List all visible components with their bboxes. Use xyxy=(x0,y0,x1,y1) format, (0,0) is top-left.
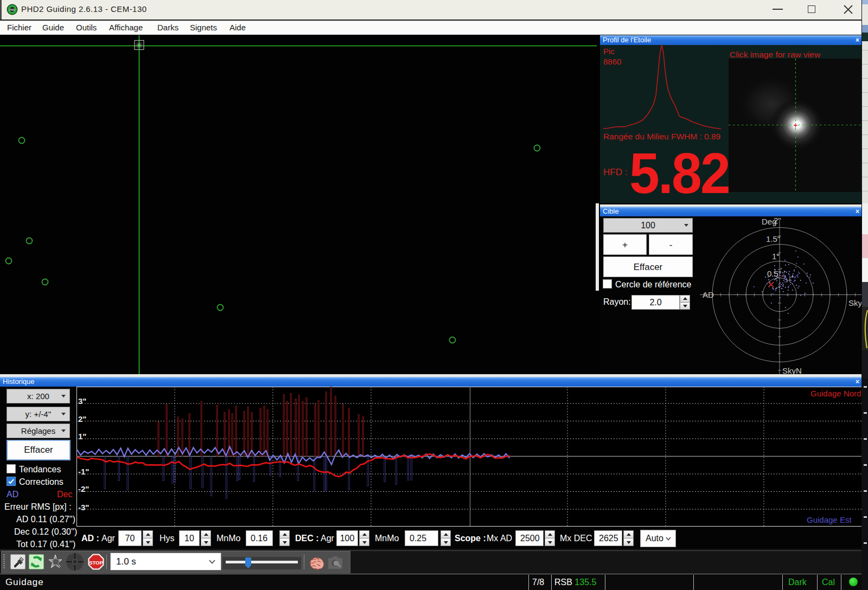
svg-text:STOP: STOP xyxy=(89,560,103,566)
svg-text:SkyN: SkyN xyxy=(782,366,802,374)
svg-text:PHD: PHD xyxy=(10,9,15,11)
svg-text:0.5": 0.5" xyxy=(767,269,781,278)
svg-text:AD: AD xyxy=(703,290,714,299)
svg-text:2": 2" xyxy=(774,216,781,225)
svg-text:-2": -2" xyxy=(78,484,89,493)
svg-text:Guidage Nord: Guidage Nord xyxy=(810,389,861,398)
svg-text:Guidage Est: Guidage Est xyxy=(807,515,852,524)
svg-text:2": 2" xyxy=(78,414,86,424)
svg-text:1.5": 1.5" xyxy=(766,234,780,243)
svg-text:SkyE: SkyE xyxy=(848,298,861,307)
svg-text:1": 1" xyxy=(78,432,86,441)
svg-text:1": 1" xyxy=(772,252,780,261)
svg-text:-3": -3" xyxy=(78,503,89,512)
svg-text:3": 3" xyxy=(78,396,86,406)
svg-text:-1": -1" xyxy=(78,467,89,476)
